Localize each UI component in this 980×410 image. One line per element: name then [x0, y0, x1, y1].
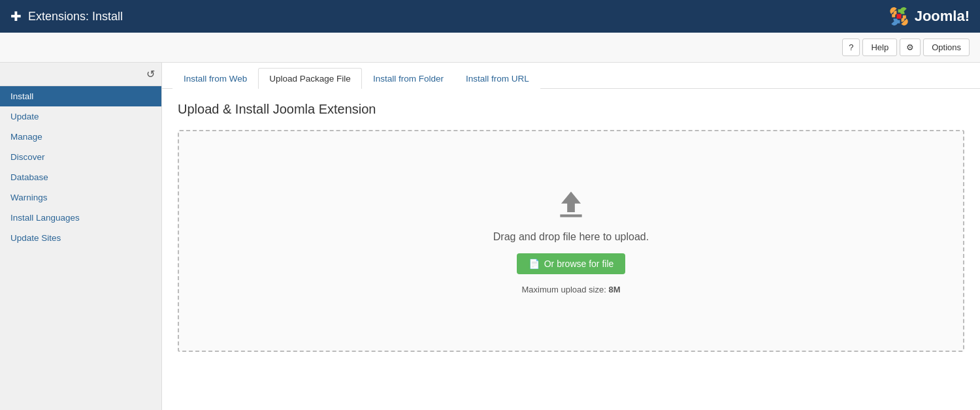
sidebar-nav: Install Update Manage Discover Database … — [0, 86, 161, 248]
upload-limit-label: Maximum upload size: — [521, 285, 606, 294]
navbar-title: Extensions: Install — [28, 10, 123, 24]
sidebar-item-discover-label: Discover — [10, 152, 45, 162]
upload-icon — [555, 188, 587, 221]
svg-rect-3 — [560, 214, 581, 217]
upload-limit-text: Maximum upload size: 8M — [521, 285, 620, 294]
toolbar-area: ? Help ⚙ Options — [0, 33, 980, 63]
page-title: Upload & Install Joomla Extension — [178, 102, 964, 117]
sidebar-toggle-area: ↺ — [0, 63, 161, 86]
tab-install-from-folder-label: Install from Folder — [373, 74, 444, 84]
tab-install-from-url[interactable]: Install from URL — [455, 68, 540, 89]
sidebar-item-database-label: Database — [10, 172, 48, 182]
help-button[interactable]: Help — [862, 39, 897, 56]
sidebar-item-discover[interactable]: Discover — [0, 147, 161, 167]
tab-install-from-url-label: Install from URL — [466, 74, 529, 84]
puzzle-icon: ✚ — [10, 8, 22, 24]
tab-upload-package-file[interactable]: Upload Package File — [258, 68, 362, 89]
joomla-logo-icon — [887, 5, 911, 28]
page-content: Upload & Install Joomla Extension Drag a… — [162, 89, 980, 365]
sidebar-item-warnings[interactable]: Warnings — [0, 187, 161, 208]
tab-install-from-web[interactable]: Install from Web — [172, 68, 258, 89]
joomla-logo: Joomla! — [887, 5, 970, 28]
sidebar-item-install-languages[interactable]: Install Languages — [0, 208, 161, 228]
sidebar-item-manage[interactable]: Manage — [0, 127, 161, 147]
svg-marker-2 — [561, 191, 581, 212]
browse-button-label: Or browse for file — [544, 259, 614, 269]
content-area: Install from Web Upload Package File Ins… — [162, 63, 980, 410]
tab-install-from-folder[interactable]: Install from Folder — [362, 68, 455, 89]
help-icon-button[interactable]: ? — [842, 39, 860, 56]
sidebar: ↺ Install Update Manage Discover Databas… — [0, 63, 162, 410]
sidebar-item-install-label: Install — [10, 91, 33, 101]
sidebar-item-warnings-label: Warnings — [10, 193, 48, 202]
sidebar-item-update[interactable]: Update — [0, 106, 161, 127]
sidebar-item-update-label: Update — [10, 112, 39, 121]
navbar: ✚ Extensions: Install — [0, 0, 980, 33]
sidebar-item-update-sites[interactable]: Update Sites — [0, 228, 161, 248]
toggle-icon: ↺ — [146, 69, 155, 80]
file-icon: 📄 — [529, 259, 540, 269]
options-gear-button[interactable]: ⚙ — [900, 39, 921, 56]
sidebar-item-install[interactable]: Install — [0, 86, 161, 106]
sidebar-toggle-button[interactable]: ↺ — [146, 68, 155, 80]
upload-icon-container — [555, 188, 587, 221]
tab-upload-package-file-label: Upload Package File — [269, 74, 351, 84]
upload-drop-zone[interactable]: Drag and drop file here to upload. 📄 Or … — [178, 130, 964, 352]
tab-install-from-web-label: Install from Web — [184, 74, 247, 84]
tabs-bar: Install from Web Upload Package File Ins… — [162, 63, 980, 89]
sidebar-item-database[interactable]: Database — [0, 167, 161, 187]
question-icon: ? — [849, 42, 853, 52]
sidebar-item-update-sites-label: Update Sites — [10, 233, 61, 243]
svg-rect-1 — [896, 14, 901, 18]
drag-drop-text: Drag and drop file here to upload. — [493, 231, 649, 243]
main-layout: ↺ Install Update Manage Discover Databas… — [0, 63, 980, 410]
gear-icon: ⚙ — [906, 42, 914, 52]
sidebar-item-manage-label: Manage — [10, 132, 42, 142]
browse-button[interactable]: 📄 Or browse for file — [517, 253, 626, 274]
navbar-right: Joomla! — [887, 5, 970, 28]
joomla-text: Joomla! — [915, 8, 970, 25]
navbar-left: ✚ Extensions: Install — [10, 8, 123, 24]
options-button[interactable]: Options — [923, 39, 970, 56]
upload-limit-value: 8M — [608, 285, 620, 294]
sidebar-item-install-languages-label: Install Languages — [10, 213, 80, 223]
